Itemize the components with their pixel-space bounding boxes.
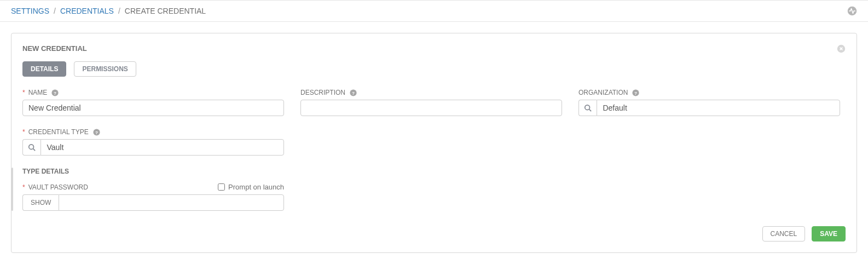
tab-permissions[interactable]: PERMISSIONS bbox=[74, 61, 136, 77]
breadcrumb-sep: / bbox=[54, 7, 56, 15]
prompt-on-launch-label: Prompt on launch bbox=[228, 183, 284, 191]
help-icon[interactable]: ? bbox=[348, 89, 357, 96]
section-indicator bbox=[11, 168, 13, 211]
credential-form-panel: NEW CREDENTIAL DETAILS PERMISSIONS * NAM… bbox=[11, 33, 857, 253]
svg-line-9 bbox=[589, 110, 592, 112]
prompt-on-launch-checkbox[interactable] bbox=[218, 183, 225, 191]
save-button[interactable]: SAVE bbox=[812, 226, 846, 242]
breadcrumb-current: CREATE CREDENTIAL bbox=[125, 7, 206, 15]
credential-type-lookup-button[interactable] bbox=[22, 139, 40, 156]
svg-line-13 bbox=[33, 149, 36, 151]
search-icon bbox=[584, 104, 592, 112]
cancel-button[interactable]: CANCEL bbox=[762, 226, 806, 242]
breadcrumb-settings[interactable]: SETTINGS bbox=[11, 7, 49, 15]
field-name: * NAME ? bbox=[22, 89, 284, 116]
organization-label: ORGANIZATION bbox=[578, 89, 628, 96]
svg-point-8 bbox=[585, 105, 590, 110]
help-icon[interactable]: ? bbox=[49, 89, 59, 96]
breadcrumb: SETTINGS / CREDENTIALS / CREATE CREDENTI… bbox=[11, 7, 206, 15]
required-marker: * bbox=[22, 183, 25, 191]
field-organization: ORGANIZATION ? bbox=[578, 89, 840, 116]
svg-text:?: ? bbox=[95, 130, 98, 135]
breadcrumb-credentials[interactable]: CREDENTIALS bbox=[60, 7, 114, 15]
credential-type-input[interactable] bbox=[40, 139, 284, 156]
breadcrumb-sep: / bbox=[118, 7, 120, 15]
vault-password-label: VAULT PASSWORD bbox=[28, 183, 88, 191]
credential-type-label: CREDENTIAL TYPE bbox=[28, 128, 89, 136]
tabs: DETAILS PERMISSIONS bbox=[22, 61, 846, 77]
show-password-button[interactable]: SHOW bbox=[22, 194, 59, 211]
form-actions: CANCEL SAVE bbox=[22, 226, 846, 242]
tab-details[interactable]: DETAILS bbox=[22, 61, 66, 77]
activity-stream-icon[interactable] bbox=[847, 6, 857, 16]
description-label: DESCRIPTION bbox=[300, 89, 345, 96]
type-details-heading: TYPE DETAILS bbox=[22, 168, 846, 175]
close-icon[interactable] bbox=[837, 44, 846, 53]
svg-text:?: ? bbox=[634, 90, 637, 95]
search-icon bbox=[28, 143, 36, 151]
svg-text:?: ? bbox=[352, 90, 355, 95]
svg-text:?: ? bbox=[54, 90, 56, 95]
required-marker: * bbox=[22, 128, 25, 136]
prompt-on-launch-wrap[interactable]: Prompt on launch bbox=[218, 183, 284, 191]
svg-point-12 bbox=[29, 145, 34, 150]
field-description: DESCRIPTION ? bbox=[300, 89, 562, 116]
required-marker: * bbox=[22, 89, 25, 96]
help-icon[interactable]: ? bbox=[630, 89, 639, 96]
organization-input[interactable] bbox=[597, 100, 840, 116]
description-input[interactable] bbox=[300, 100, 562, 116]
vault-password-input[interactable] bbox=[59, 194, 284, 211]
field-vault-password: * VAULT PASSWORD Prompt on launch SHOW bbox=[22, 183, 284, 211]
top-bar: SETTINGS / CREDENTIALS / CREATE CREDENTI… bbox=[0, 0, 868, 22]
panel-title: NEW CREDENTIAL bbox=[22, 44, 87, 53]
field-credential-type: * CREDENTIAL TYPE ? bbox=[22, 128, 284, 156]
organization-lookup-button[interactable] bbox=[578, 100, 597, 116]
name-label: NAME bbox=[28, 89, 48, 96]
help-icon[interactable]: ? bbox=[91, 129, 100, 136]
name-input[interactable] bbox=[22, 100, 284, 116]
